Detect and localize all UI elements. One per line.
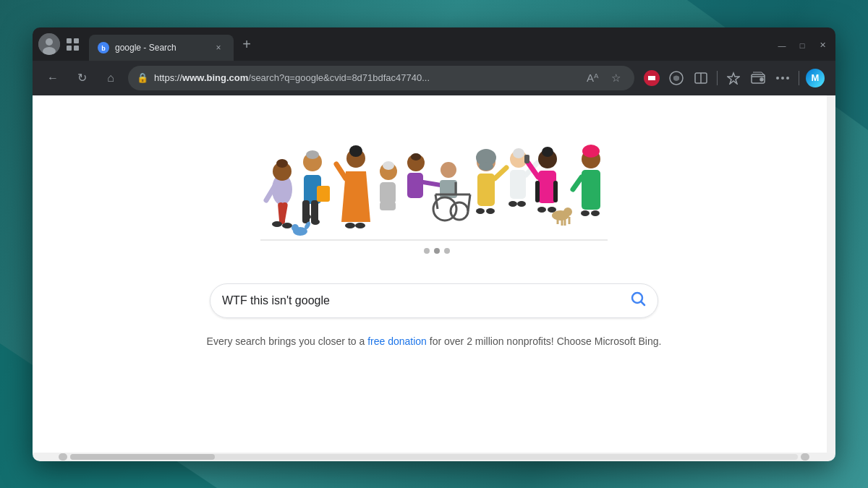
svg-rect-3 [67,38,72,43]
svg-rect-89 [582,170,600,210]
svg-rect-6 [74,46,79,51]
free-donation-link[interactable]: free donation [367,335,427,347]
new-tab-button[interactable]: + [237,35,257,55]
svg-rect-5 [67,46,72,51]
split-view-button[interactable] [689,67,712,90]
svg-point-67 [513,148,524,158]
refresh-button[interactable]: ↻ [70,67,93,90]
window-controls: — □ ✕ [775,40,830,51]
people-illustration [246,124,622,269]
search-box[interactable]: WTF this isn't google [210,283,658,318]
svg-line-40 [336,164,346,179]
active-tab[interactable]: b google - Search × [89,35,234,61]
tagline-text: Every search brings you closer to a [207,335,368,347]
scrollbar-thumb[interactable] [827,95,835,153]
svg-rect-31 [317,186,330,202]
svg-rect-76 [524,155,529,163]
svg-point-61 [479,162,493,171]
svg-point-54 [451,202,468,220]
svg-rect-49 [407,173,423,198]
svg-point-44 [383,161,394,170]
address-text: https://www.bing.com/search?q=google&cvi… [154,72,576,83]
svg-point-79 [537,207,546,213]
svg-point-16 [781,77,784,80]
svg-point-71 [517,201,526,207]
wallet-button[interactable] [746,67,770,90]
svg-point-17 [786,77,789,80]
svg-point-41 [345,223,355,228]
address-bar[interactable]: 🔒 https://www.bing.com/search?q=google&c… [128,66,634,90]
svg-point-38 [349,145,362,157]
browser-window: b google - Search × + — □ ✕ ← ↻ ⌂ 🔒 http… [33,27,835,461]
tab-area: b google - Search × + [38,33,775,61]
read-aloud-button[interactable]: Aᴬ [582,68,603,88]
toolbar: ← ↻ ⌂ 🔒 https://www.bing.com/search?q=go… [33,61,835,95]
svg-rect-45 [380,182,396,204]
svg-line-63 [495,168,506,179]
horizontal-scrollbar[interactable] [33,453,835,461]
svg-rect-29 [302,200,310,223]
svg-point-35 [292,224,299,231]
svg-rect-4 [74,38,79,43]
svg-point-27 [306,150,319,159]
svg-point-70 [509,201,517,207]
svg-rect-62 [477,174,495,206]
svg-point-20 [276,159,288,168]
people-illustration-container [246,124,622,269]
more-options-button[interactable] [771,67,794,90]
tagline-suffix: for over 2 million nonprofits! Choose Mi… [427,335,661,347]
extensions-icon[interactable] [665,67,688,90]
toolbar-divider [717,71,718,85]
search-button[interactable] [630,291,646,310]
close-button[interactable]: ✕ [815,40,830,51]
scrollbar-left-arrow[interactable] [59,453,67,461]
svg-line-98 [642,302,645,306]
profile-button[interactable]: M [804,67,827,90]
tab-favicon: b [98,42,109,53]
minimize-button[interactable]: — [775,40,789,51]
svg-point-33 [311,219,320,225]
svg-point-95 [434,248,440,254]
favorites-star-button[interactable]: ☆ [605,68,626,88]
svg-rect-78 [553,181,558,202]
svg-point-73 [542,147,553,157]
title-bar: b google - Search × + — □ ✕ [33,27,835,61]
toolbar-right: M [640,67,827,90]
toolbar-divider-2 [799,71,799,85]
svg-point-48 [411,153,421,160]
svg-point-32 [302,214,311,220]
svg-rect-77 [535,181,540,202]
svg-marker-12 [728,73,739,84]
svg-line-90 [573,177,582,189]
scrollbar-right-arrow[interactable] [801,453,809,461]
svg-point-42 [355,223,365,228]
address-actions: Aᴬ ☆ [582,68,626,88]
svg-point-15 [776,77,779,80]
svg-point-25 [282,223,292,228]
svg-rect-46 [380,202,396,210]
back-button[interactable]: ← [41,67,64,90]
svg-line-56 [435,194,438,209]
profile-avatar[interactable] [38,33,60,55]
search-container: WTF this isn't google [210,283,658,318]
maximize-button[interactable]: □ [795,40,809,51]
favorites-bar-button[interactable] [722,67,745,90]
svg-point-82 [563,207,572,216]
home-button[interactable]: ⌂ [99,67,122,90]
svg-point-14 [760,78,763,81]
tab-grid-button[interactable] [63,35,83,55]
vertical-scrollbar[interactable] [827,95,835,453]
tagline: Every search brings you closer to a free… [207,335,662,347]
coupon-icon[interactable] [640,67,663,90]
svg-point-1 [46,38,53,46]
lock-icon: 🔒 [137,72,148,83]
svg-point-24 [272,221,282,227]
svg-point-96 [444,248,450,254]
svg-point-51 [441,162,456,178]
svg-point-91 [581,210,590,216]
search-input[interactable]: WTF this isn't google [222,294,621,307]
svg-text:b: b [101,45,106,52]
horizontal-scrollbar-thumb[interactable] [70,454,215,460]
svg-point-92 [591,210,600,216]
tab-close-button[interactable]: × [212,41,225,54]
